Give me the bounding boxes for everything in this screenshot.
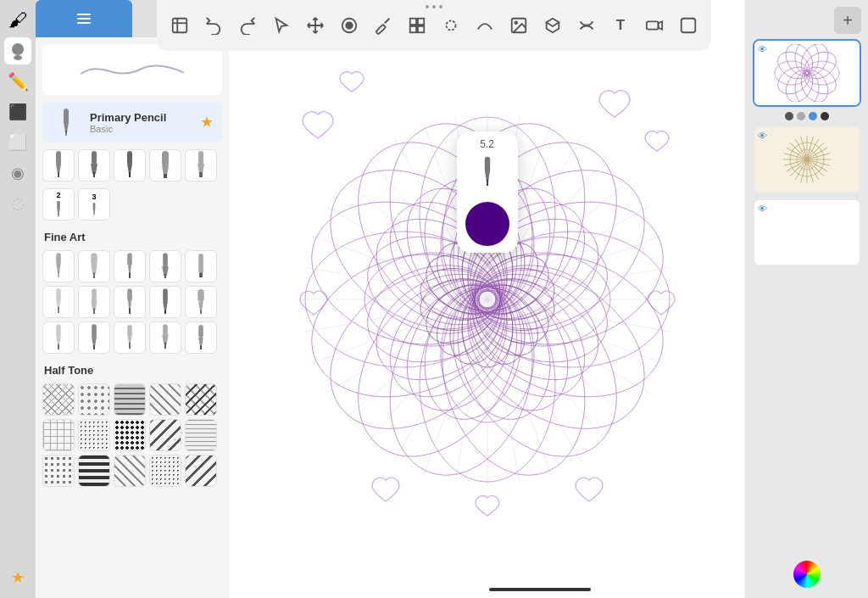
brush-cell-num2[interactable]: 2 (42, 188, 75, 221)
fine-art-brush-4[interactable] (149, 250, 181, 282)
blur-tool-item[interactable]: ◌ (4, 190, 31, 217)
brush-tool-item[interactable]: 🖌 (4, 7, 31, 34)
curve-icon[interactable] (476, 14, 494, 37)
svg-rect-80 (56, 324, 61, 337)
move-icon[interactable] (306, 14, 325, 37)
shape-3d-icon[interactable] (543, 14, 562, 37)
fine-art-grid (36, 247, 229, 357)
layer-1-eye[interactable]: 👁 (758, 44, 767, 54)
svg-rect-82 (58, 344, 59, 349)
fine-art-brush-7[interactable] (78, 286, 110, 318)
selected-brush-row[interactable]: Primary Pencil Basic ★ (42, 102, 222, 143)
smudge-tool-item[interactable]: ◉ (4, 159, 31, 187)
svg-point-17 (14, 55, 22, 60)
undo-icon[interactable] (204, 14, 223, 37)
brush-cell-5[interactable] (185, 149, 217, 182)
layer-ctrl-3[interactable] (809, 112, 817, 120)
svg-rect-63 (198, 263, 203, 272)
svg-rect-20 (77, 22, 91, 24)
eraser-tool-item[interactable]: ⬜ (4, 129, 31, 156)
favorite-brush-button[interactable]: ★ (200, 113, 214, 131)
halftone-brush-2[interactable] (78, 383, 110, 416)
svg-rect-47 (93, 203, 96, 209)
video-icon[interactable] (645, 14, 664, 37)
marker-tool-item[interactable]: ⬛ (4, 98, 31, 126)
svg-rect-32 (92, 151, 97, 165)
svg-line-5 (385, 19, 390, 24)
brush-cell-2[interactable] (78, 149, 110, 182)
brush-cell-3[interactable] (114, 149, 146, 182)
transform-icon[interactable] (408, 14, 426, 37)
fine-art-brush-12[interactable] (78, 321, 110, 354)
fine-art-brush-5[interactable] (185, 250, 217, 282)
fine-art-brush-1[interactable] (42, 250, 75, 282)
fine-art-brush-14[interactable] (149, 321, 181, 354)
fine-art-brush-8[interactable] (114, 286, 146, 318)
add-layer-button[interactable]: + (834, 7, 861, 34)
fine-art-brush-13[interactable] (114, 321, 146, 354)
toolbar-drag-handle[interactable] (426, 5, 442, 8)
halftone-brush-7[interactable] (78, 419, 110, 451)
halftone-grid (36, 380, 229, 490)
halftone-section-header: Half Tone (36, 357, 229, 380)
brush-cell-1[interactable] (42, 149, 75, 182)
canvas-area[interactable]: 5.2 (229, 0, 745, 598)
svg-line-165 (487, 266, 671, 299)
brush-size-circle (465, 202, 509, 246)
mask-icon[interactable] (679, 14, 698, 37)
svg-rect-77 (198, 289, 203, 302)
fine-art-brush-2[interactable] (78, 250, 110, 282)
halftone-brush-5[interactable] (185, 383, 217, 416)
pencil-tool-item[interactable]: ✏️ (4, 68, 31, 95)
svg-rect-49 (94, 212, 95, 215)
halftone-brush-8[interactable] (114, 419, 146, 451)
fine-art-brush-3[interactable] (114, 250, 146, 282)
lasso-icon[interactable] (442, 14, 460, 37)
brush-cell-4[interactable] (149, 149, 181, 182)
layer-item-2[interactable]: 👁 (753, 126, 861, 193)
layer-3-eye[interactable]: 👁 (758, 204, 767, 214)
halftone-brush-1[interactable] (42, 383, 75, 416)
halftone-brush-15[interactable] (185, 455, 217, 487)
svg-rect-18 (77, 14, 91, 15)
halftone-brush-4[interactable] (149, 383, 181, 416)
fine-art-brush-15[interactable] (185, 321, 217, 354)
round-tool-item[interactable] (4, 37, 31, 64)
fine-art-brush-10[interactable] (185, 286, 217, 318)
brush-icon[interactable] (374, 14, 392, 37)
layer-ctrl-2[interactable] (797, 112, 805, 120)
fine-art-brush-6[interactable] (42, 286, 75, 318)
svg-rect-43 (199, 172, 203, 177)
fine-art-brush-11[interactable] (42, 321, 75, 354)
selected-brush-icon (51, 107, 81, 137)
star-tool-item[interactable]: ★ (4, 564, 31, 591)
brush-list-tab[interactable] (36, 0, 132, 37)
layer-ctrl-1[interactable] (785, 112, 793, 120)
fill-icon[interactable] (340, 14, 359, 37)
warp-icon[interactable] (577, 14, 596, 37)
redo-icon[interactable] (238, 14, 257, 37)
table-icon[interactable] (170, 14, 189, 37)
halftone-brush-3[interactable] (114, 383, 146, 416)
top-toolbar: T (157, 0, 711, 51)
layer-item-3[interactable]: 👁 (753, 198, 861, 266)
layer-item-1[interactable]: 👁 (753, 39, 861, 107)
mandala-drawing (284, 53, 691, 545)
halftone-brush-6[interactable] (42, 419, 75, 451)
halftone-brush-10[interactable] (185, 419, 217, 451)
fine-art-brush-9[interactable] (149, 286, 181, 318)
svg-rect-38 (162, 151, 169, 166)
color-wheel-button[interactable] (793, 561, 821, 588)
halftone-brush-14[interactable] (149, 455, 181, 487)
text-icon[interactable]: T (611, 14, 630, 37)
svg-rect-56 (127, 253, 132, 265)
halftone-brush-9[interactable] (149, 419, 181, 451)
layer-ctrl-4[interactable] (821, 112, 829, 120)
halftone-brush-11[interactable] (42, 455, 75, 487)
halftone-brush-13[interactable] (114, 455, 146, 487)
layer-2-eye[interactable]: 👁 (758, 131, 767, 141)
image-icon[interactable] (509, 14, 528, 37)
select-icon[interactable] (272, 14, 291, 37)
halftone-brush-12[interactable] (78, 455, 110, 487)
brush-cell-num3[interactable]: 3 (78, 188, 110, 221)
